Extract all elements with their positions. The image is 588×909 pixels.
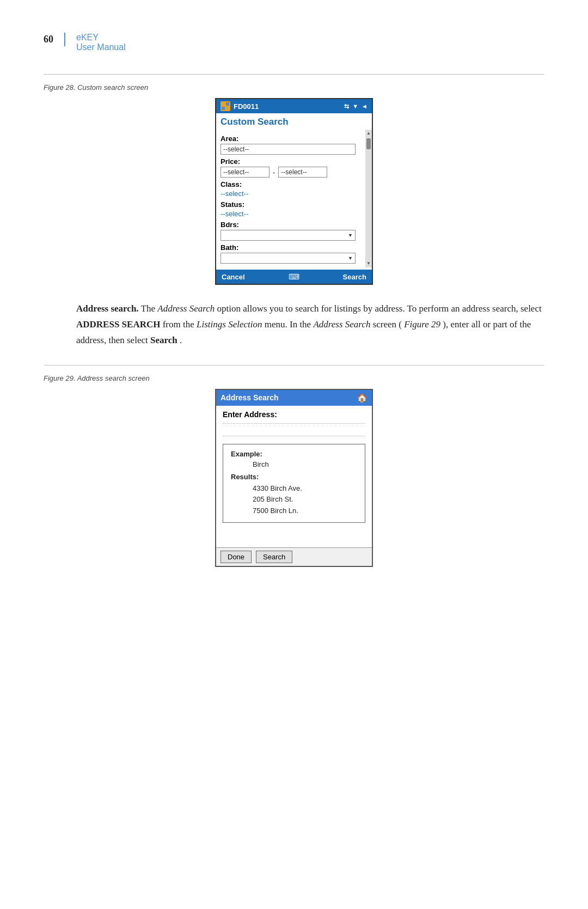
custom-search-body: Area: --select-- Price: --select-- - --s…	[216, 130, 372, 267]
bdrs-label: Bdrs:	[220, 221, 363, 229]
page-header: 60 eKEY User Manual	[44, 33, 544, 52]
italic3: Address Search	[313, 319, 370, 330]
bdrs-value	[223, 231, 225, 239]
bath-arrow-icon: ▼	[348, 255, 353, 261]
italic2: Listings Selection	[197, 319, 262, 330]
figure29-container: Address Search 🏠 Enter Address: Example:…	[44, 389, 544, 567]
italic1: Address Search	[157, 303, 215, 314]
custom-search-titlebar: FD0011 ⇆ ▼ ◄	[216, 99, 372, 113]
doc-subtitle: User Manual	[76, 42, 126, 52]
address-search-device: Address Search 🏠 Enter Address: Example:…	[215, 389, 373, 567]
device-title: FD0011	[234, 102, 344, 111]
cancel-button[interactable]: Cancel	[222, 273, 245, 281]
svg-rect-0	[222, 102, 225, 106]
area-label: Area:	[220, 135, 363, 143]
text-part1: The	[141, 303, 158, 314]
scrollbar[interactable]: ▲ ▼	[365, 130, 372, 267]
price-to-select[interactable]: --select--	[278, 167, 327, 178]
page-number: 60	[44, 33, 65, 46]
status-label: Status:	[220, 200, 363, 209]
result-item-3: 7500 Birch Ln.	[253, 505, 357, 517]
address-search-bottombar: Done Search	[216, 547, 372, 566]
figure28-container: FD0011 ⇆ ▼ ◄ Custom Search Area: --selec…	[44, 98, 544, 285]
custom-search-screen-title: Custom Search	[216, 113, 372, 130]
enter-address-label: Enter Address:	[223, 410, 365, 419]
done-button[interactable]: Done	[220, 551, 252, 563]
section-divider-1	[44, 74, 544, 75]
app-name: eKEY	[76, 33, 126, 42]
custom-search-body-wrapper: Area: --select-- Price: --select-- - --s…	[216, 130, 372, 267]
back-icon: ◄	[362, 103, 367, 110]
area-select[interactable]: --select--	[220, 144, 356, 155]
device-status-icons: ⇆ ▼ ◄	[344, 103, 367, 110]
text-part2: option allows you to search for listings…	[217, 303, 541, 314]
bath-dropdown[interactable]: ▼	[220, 253, 356, 264]
svg-rect-2	[222, 107, 225, 110]
custom-search-bottombar: Cancel ⌨ Search	[216, 270, 372, 284]
svg-rect-1	[226, 102, 229, 106]
search-button[interactable]: Search	[343, 273, 366, 281]
bdrs-arrow-icon: ▼	[348, 233, 353, 238]
text-part4: menu. In the	[265, 319, 314, 330]
home-icon: 🏠	[357, 393, 367, 403]
bdrs-dropdown[interactable]: ▼	[220, 230, 356, 241]
address-search-paragraph: Address search. The Address Search optio…	[76, 301, 544, 349]
italic4: Figure 29	[404, 319, 440, 330]
price-label: Price:	[220, 157, 363, 166]
scroll-up-icon[interactable]: ▲	[366, 131, 371, 136]
address-search-body: Address search. The Address Search optio…	[44, 301, 544, 349]
results-list: 4330 Birch Ave.205 Birch St.7500 Birch L…	[231, 483, 357, 517]
figure29-caption: Figure 29. Address search screen	[44, 374, 544, 382]
price-dash: -	[273, 168, 275, 176]
class-select[interactable]: --select--	[220, 190, 363, 198]
svg-rect-3	[226, 107, 229, 110]
signal-icon: ▼	[352, 103, 358, 110]
bold1: ADDRESS SEARCH	[76, 319, 160, 330]
address-search-body-screen: Enter Address: Example: Birch Results: 4…	[216, 406, 372, 547]
sync-icon: ⇆	[344, 103, 349, 110]
class-label: Class:	[220, 180, 363, 188]
text-part7: .	[180, 335, 182, 345]
price-from-select[interactable]: --select--	[220, 167, 270, 178]
section-divider-2	[44, 365, 544, 365]
bath-label: Bath:	[220, 243, 363, 252]
custom-search-device: FD0011 ⇆ ▼ ◄ Custom Search Area: --selec…	[215, 98, 373, 285]
page: 60 eKEY User Manual Figure 28. Custom se…	[0, 0, 588, 909]
example-value: Birch	[231, 460, 357, 468]
bold2: Search	[150, 335, 177, 345]
example-label: Example:	[231, 450, 357, 458]
address-search-titlebar: Address Search 🏠	[216, 390, 372, 406]
scroll-thumb	[366, 138, 371, 149]
addr-search-button[interactable]: Search	[256, 551, 292, 563]
example-box: Example: Birch Results: 4330 Birch Ave.2…	[223, 444, 365, 523]
price-row: --select-- - --select--	[220, 167, 363, 178]
text-part3: from the	[163, 319, 197, 330]
address-input-field[interactable]	[223, 423, 365, 436]
bath-value	[223, 254, 225, 262]
device-app-icon	[220, 101, 230, 111]
scroll-down-icon[interactable]: ▼	[366, 261, 371, 266]
address-search-title: Address Search	[220, 393, 357, 402]
doc-title-block: eKEY User Manual	[76, 33, 126, 52]
results-label: Results:	[231, 473, 357, 481]
result-item-1: 4330 Birch Ave.	[253, 483, 357, 495]
text-part5: screen (	[373, 319, 402, 330]
result-item-2: 205 Birch St.	[253, 494, 357, 505]
status-select[interactable]: --select--	[220, 210, 363, 218]
keyboard-icon[interactable]: ⌨	[289, 272, 299, 281]
figure28-caption: Figure 28. Custom search screen	[44, 83, 544, 91]
address-search-heading: Address search.	[76, 303, 139, 314]
